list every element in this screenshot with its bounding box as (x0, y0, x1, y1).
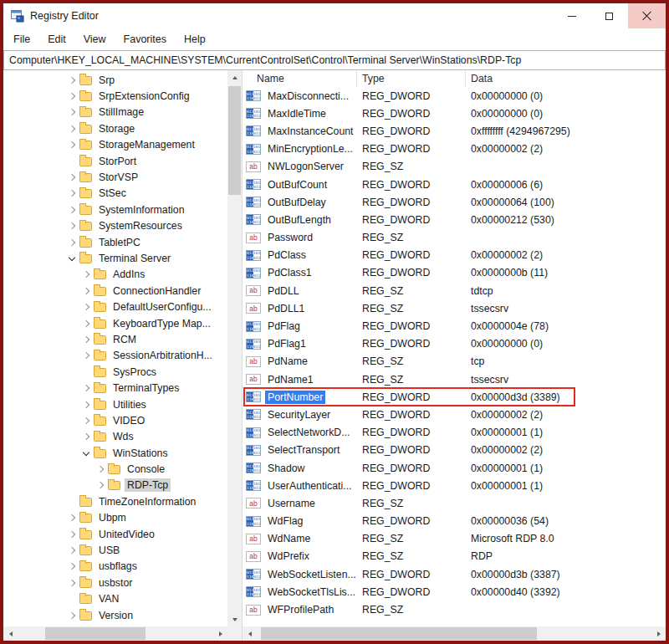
tree-item-winstations[interactable]: WinStations (3, 445, 227, 461)
tree-item-rdp-tcp[interactable]: RDP-Tcp (3, 478, 227, 493)
registry-row-outbuflength[interactable]: OutBufLength REG_DWORD 0x00000212 (530) (243, 211, 666, 228)
registry-row-maxinstancecount[interactable]: MaxInstanceCount REG_DWORD 0xffffffff (4… (243, 122, 666, 140)
tree-item-timezoneinformation[interactable]: TimeZoneInformation (3, 493, 227, 509)
chevron-right-icon[interactable] (95, 464, 105, 474)
chevron-right-icon[interactable] (67, 545, 77, 555)
tree-item-sessionarbitrationh[interactable]: SessionArbitrationH... (3, 348, 227, 364)
registry-row-pdflag1[interactable]: PdFlag1 REG_DWORD 0x00000000 (0) (243, 335, 666, 353)
registry-row-websocketlisten[interactable]: WebSocketListen... REG_DWORD 0x00000d3b … (243, 565, 666, 583)
chevron-right-icon[interactable] (81, 286, 91, 296)
tree-item-srpextensionconfig[interactable]: SrpExtensionConfig (3, 88, 227, 104)
tree-item-systemresources[interactable]: SystemResources (3, 218, 227, 234)
registry-row-wfprofilepath[interactable]: WFProfilePath REG_SZ (243, 601, 666, 618)
chevron-right-icon[interactable] (67, 578, 77, 588)
column-header-type[interactable]: Type (357, 70, 466, 87)
chevron-right-icon[interactable] (67, 124, 77, 134)
tree-item-unitedvideo[interactable]: UnitedVideo (3, 526, 227, 542)
registry-row-wdname[interactable]: WdName REG_SZ Microsoft RDP 8.0 (243, 530, 666, 548)
registry-row-securitylayer[interactable]: SecurityLayer REG_DWORD 0x00000002 (2) (243, 406, 666, 423)
chevron-right-icon[interactable] (67, 91, 77, 101)
tree-item-stsec[interactable]: StSec (3, 186, 227, 202)
chevron-right-icon[interactable] (67, 75, 77, 85)
tree-item-stillimage[interactable]: StillImage (3, 105, 227, 120)
registry-row-pdclass1[interactable]: PdClass1 REG_DWORD 0x0000000b (11) (243, 264, 666, 282)
chevron-right-icon[interactable] (67, 205, 77, 215)
tree-item-rcm[interactable]: RCM (3, 331, 227, 347)
close-button[interactable] (628, 3, 666, 28)
menu-edit[interactable]: Edit (46, 32, 68, 47)
scroll-down-button[interactable] (227, 612, 242, 626)
chevron-right-icon[interactable] (81, 319, 91, 329)
registry-row-pddll1[interactable]: PdDLL1 REG_SZ tssecsrv (243, 299, 666, 317)
registry-row-websockettlslis[interactable]: WebSocketTlsLis... REG_DWORD 0x00000d40 … (243, 583, 666, 601)
minimize-button[interactable] (553, 3, 590, 28)
tree-item-srp[interactable]: Srp (3, 72, 227, 88)
registry-row-shadow[interactable]: Shadow REG_DWORD 0x00000001 (1) (243, 459, 666, 477)
registry-row-pdclass[interactable]: PdClass REG_DWORD 0x00000002 (2) (243, 247, 666, 264)
registry-row-wdflag[interactable]: WdFlag REG_DWORD 0x00000036 (54) (243, 513, 666, 530)
address-bar[interactable]: Computer\HKEY_LOCAL_MACHINE\SYSTEM\Curre… (3, 50, 666, 70)
tree-item-utilities[interactable]: Utilities (3, 396, 227, 412)
chevron-right-icon[interactable] (67, 513, 77, 523)
tree-item-storport[interactable]: StorPort (3, 153, 227, 169)
tree-item-defaultuserconfigu[interactable]: DefaultUserConfigu... (3, 299, 227, 314)
tree-item-usb[interactable]: USB (3, 542, 227, 558)
registry-row-pdflag[interactable]: PdFlag REG_DWORD 0x0000004e (78) (243, 317, 666, 335)
chevron-right-icon[interactable] (67, 221, 77, 231)
chevron-right-icon[interactable] (95, 480, 105, 490)
tree-hscroll-thumb[interactable] (45, 627, 146, 640)
chevron-right-icon[interactable] (67, 529, 77, 539)
tree-item-connectionhandler[interactable]: ConnectionHandler (3, 283, 227, 299)
chevron-right-icon[interactable] (67, 107, 77, 117)
tree-item-console[interactable]: Console (3, 461, 227, 477)
registry-row-userauthenticati[interactable]: UserAuthenticati... REG_DWORD 0x00000001… (243, 477, 666, 494)
chevron-right-icon[interactable] (81, 302, 91, 312)
tree-item-sysprocs[interactable]: SysProcs (3, 364, 227, 380)
chevron-right-icon[interactable] (67, 188, 77, 198)
scroll-right-button[interactable] (651, 626, 666, 641)
scroll-left-button[interactable] (3, 626, 18, 641)
chevron-right-icon[interactable] (81, 416, 91, 426)
registry-row-pddll[interactable]: PdDLL REG_SZ tdtcp (243, 282, 666, 299)
registry-row-username[interactable]: Username REG_SZ (243, 494, 666, 512)
column-header-name[interactable]: Name (243, 70, 357, 87)
scroll-up-button[interactable] (227, 70, 242, 84)
tree-horizontal-scrollbar[interactable] (3, 626, 227, 641)
menu-favorites[interactable]: Favorites (122, 32, 168, 47)
tree-item-storage[interactable]: Storage (3, 120, 227, 136)
registry-row-selecttransport[interactable]: SelectTransport REG_DWORD 0x00000002 (2) (243, 442, 666, 459)
chevron-right-icon[interactable] (67, 561, 77, 571)
menu-view[interactable]: View (82, 32, 108, 47)
chevron-right-icon[interactable] (67, 611, 77, 621)
registry-row-password[interactable]: Password REG_SZ (243, 229, 666, 247)
tree-vertical-scrollbar[interactable] (227, 70, 242, 626)
list-horizontal-scrollbar[interactable] (243, 626, 666, 641)
chevron-right-icon[interactable] (67, 140, 77, 150)
registry-row-maxidletime[interactable]: MaxIdleTime REG_DWORD 0x00000000 (0) (243, 105, 666, 122)
registry-row-nwlogonserver[interactable]: NWLogonServer REG_SZ (243, 158, 666, 176)
tree-item-van[interactable]: VAN (3, 591, 227, 607)
scroll-right-button[interactable] (213, 626, 227, 641)
tree-item-ubpm[interactable]: Ubpm (3, 510, 227, 526)
chevron-right-icon[interactable] (81, 432, 91, 442)
menu-file[interactable]: File (12, 32, 32, 47)
registry-row-outbufcount[interactable]: OutBufCount REG_DWORD 0x00000006 (6) (243, 176, 666, 193)
tree-item-addins[interactable]: AddIns (3, 267, 227, 283)
tree-item-usbstor[interactable]: usbstor (3, 575, 227, 590)
registry-row-outbufdelay[interactable]: OutBufDelay REG_DWORD 0x00000064 (100) (243, 193, 666, 211)
tree-vscroll-thumb[interactable] (228, 86, 241, 195)
tree-item-storvsp[interactable]: StorVSP (3, 169, 227, 185)
tree-item-keyboardtype-map[interactable]: KeyboardType Map... (3, 315, 227, 331)
tree-item-usbflags[interactable]: usbflags (3, 559, 227, 575)
menu-help[interactable]: Help (182, 32, 207, 47)
chevron-right-icon[interactable] (81, 269, 91, 279)
maximize-button[interactable] (590, 3, 628, 28)
registry-row-pdname[interactable]: PdName REG_SZ tcp (243, 353, 666, 371)
tree-item-terminaltypes[interactable]: TerminalTypes (3, 380, 227, 396)
registry-row-minencryptionle[interactable]: MinEncryptionLe... REG_DWORD 0x00000002 … (243, 141, 666, 158)
chevron-right-icon[interactable] (81, 335, 91, 345)
tree-item-wds[interactable]: Wds (3, 429, 227, 445)
column-header-data[interactable]: Data (466, 70, 666, 87)
registry-row-pdname1[interactable]: PdName1 REG_SZ tssecsrv (243, 371, 666, 388)
chevron-down-icon[interactable] (81, 448, 91, 458)
